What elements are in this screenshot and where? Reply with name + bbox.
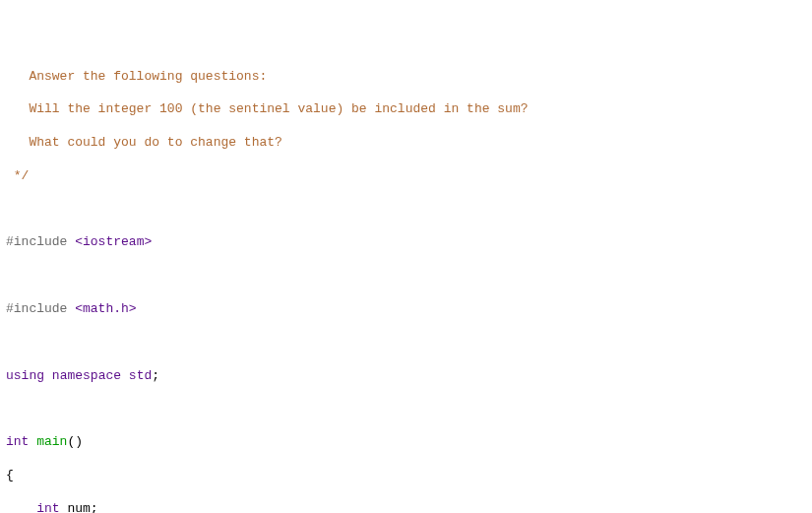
- code-line: using namespace std;: [0, 368, 812, 385]
- comment-text: Answer the following questions:: [6, 69, 267, 84]
- code-line: Will the integer 100 (the sentinel value…: [0, 101, 812, 118]
- include-header: <iostream>: [75, 234, 152, 249]
- comment-text: */: [6, 168, 29, 183]
- type: int: [36, 501, 59, 513]
- code-line: */: [0, 168, 812, 185]
- code-text: num;: [60, 501, 98, 513]
- preproc: #include: [6, 301, 75, 316]
- namespace-name: std: [129, 368, 152, 383]
- code-line: #include <iostream>: [0, 234, 812, 251]
- code-line: #include <math.h>: [0, 301, 812, 318]
- keyword: using: [6, 368, 44, 383]
- include-header: <math.h>: [75, 301, 136, 316]
- blank-line: [0, 268, 812, 285]
- function-name: main: [36, 434, 67, 449]
- blank-line: [0, 202, 812, 219]
- comment-text: Will the integer 100 (the sentinel value…: [6, 101, 529, 116]
- comment-text: What could you do to change that?: [6, 135, 282, 150]
- keyword: namespace: [52, 368, 121, 383]
- code-line: {: [0, 468, 812, 484]
- blank-line: [0, 401, 812, 417]
- preproc: #include: [6, 234, 75, 249]
- blank-line: [0, 335, 812, 352]
- code-line: Answer the following questions:: [0, 69, 812, 86]
- code-line: What could you do to change that?: [0, 135, 812, 152]
- code-line: int main(): [0, 434, 812, 451]
- code-line: int num;: [0, 501, 812, 513]
- type: int: [6, 434, 29, 449]
